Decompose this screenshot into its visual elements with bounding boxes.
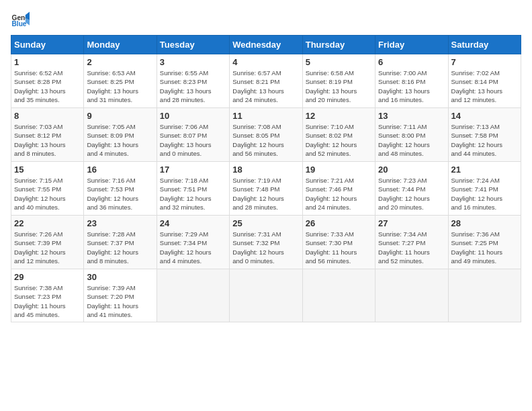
day-info: Sunrise: 6:52 AM Sunset: 8:28 PM Dayligh…	[14, 68, 81, 104]
table-row: 12Sunrise: 7:10 AM Sunset: 8:02 PM Dayli…	[302, 108, 375, 162]
day-info: Sunrise: 7:24 AM Sunset: 7:41 PM Dayligh…	[451, 176, 518, 212]
day-info: Sunrise: 7:23 AM Sunset: 7:44 PM Dayligh…	[378, 176, 445, 212]
col-monday: Monday	[84, 36, 157, 54]
day-info: Sunrise: 6:57 AM Sunset: 8:21 PM Dayligh…	[232, 68, 299, 104]
day-number: 6	[378, 57, 445, 67]
logo-icon: General Blue	[11, 11, 30, 30]
col-tuesday: Tuesday	[157, 36, 229, 54]
col-sunday: Sunday	[11, 36, 84, 54]
day-number: 25	[232, 218, 299, 228]
calendar-container: General Blue Sunday Monday Tuesday Wedne…	[0, 0, 532, 328]
day-number: 29	[14, 272, 81, 282]
day-info: Sunrise: 7:11 AM Sunset: 8:00 PM Dayligh…	[378, 122, 445, 158]
day-number: 9	[87, 111, 153, 121]
day-info: Sunrise: 6:55 AM Sunset: 8:23 PM Dayligh…	[160, 68, 226, 104]
day-number: 30	[87, 272, 153, 282]
calendar-week-1: 1Sunrise: 6:52 AM Sunset: 8:28 PM Daylig…	[11, 54, 521, 108]
day-info: Sunrise: 7:08 AM Sunset: 8:05 PM Dayligh…	[232, 122, 299, 158]
day-number: 12	[306, 111, 372, 121]
day-number: 26	[306, 218, 372, 228]
day-number: 14	[451, 111, 518, 121]
day-number: 13	[378, 111, 445, 121]
day-info: Sunrise: 7:15 AM Sunset: 7:55 PM Dayligh…	[14, 176, 81, 212]
table-row: 7Sunrise: 7:02 AM Sunset: 8:14 PM Daylig…	[448, 54, 521, 108]
day-number: 19	[306, 165, 372, 175]
table-row: 20Sunrise: 7:23 AM Sunset: 7:44 PM Dayli…	[375, 162, 448, 216]
table-row: 23Sunrise: 7:28 AM Sunset: 7:37 PM Dayli…	[84, 216, 157, 269]
day-info: Sunrise: 6:53 AM Sunset: 8:25 PM Dayligh…	[87, 68, 153, 104]
day-info: Sunrise: 7:39 AM Sunset: 7:20 PM Dayligh…	[87, 283, 153, 319]
table-row: 25Sunrise: 7:31 AM Sunset: 7:32 PM Dayli…	[230, 216, 302, 269]
table-row: 29Sunrise: 7:38 AM Sunset: 7:23 PM Dayli…	[11, 269, 84, 322]
day-number: 15	[14, 165, 81, 175]
day-number: 7	[451, 57, 518, 67]
table-row: 17Sunrise: 7:18 AM Sunset: 7:51 PM Dayli…	[157, 162, 229, 216]
table-row	[230, 269, 302, 322]
table-row: 14Sunrise: 7:13 AM Sunset: 7:58 PM Dayli…	[448, 108, 521, 162]
col-saturday: Saturday	[448, 36, 521, 54]
day-number: 2	[87, 57, 153, 67]
day-number: 16	[87, 165, 153, 175]
table-row: 26Sunrise: 7:33 AM Sunset: 7:30 PM Dayli…	[302, 216, 375, 269]
day-info: Sunrise: 7:34 AM Sunset: 7:27 PM Dayligh…	[378, 230, 445, 265]
table-row: 13Sunrise: 7:11 AM Sunset: 8:00 PM Dayli…	[375, 108, 448, 162]
table-row: 16Sunrise: 7:16 AM Sunset: 7:53 PM Dayli…	[84, 162, 157, 216]
table-row: 9Sunrise: 7:05 AM Sunset: 8:09 PM Daylig…	[84, 108, 157, 162]
day-number: 1	[14, 57, 81, 67]
day-info: Sunrise: 7:16 AM Sunset: 7:53 PM Dayligh…	[87, 176, 153, 212]
table-row: 19Sunrise: 7:21 AM Sunset: 7:46 PM Dayli…	[302, 162, 375, 216]
day-number: 5	[306, 57, 372, 67]
table-row: 6Sunrise: 7:00 AM Sunset: 8:16 PM Daylig…	[375, 54, 448, 108]
logo: General Blue	[11, 11, 32, 30]
table-row: 28Sunrise: 7:36 AM Sunset: 7:25 PM Dayli…	[448, 216, 521, 269]
day-info: Sunrise: 6:58 AM Sunset: 8:19 PM Dayligh…	[306, 68, 372, 104]
table-row	[157, 269, 229, 322]
day-number: 28	[451, 218, 518, 228]
table-row: 4Sunrise: 6:57 AM Sunset: 8:21 PM Daylig…	[230, 54, 302, 108]
day-info: Sunrise: 7:38 AM Sunset: 7:23 PM Dayligh…	[14, 283, 81, 319]
day-number: 22	[14, 218, 81, 228]
table-row: 30Sunrise: 7:39 AM Sunset: 7:20 PM Dayli…	[84, 269, 157, 322]
table-row: 21Sunrise: 7:24 AM Sunset: 7:41 PM Dayli…	[448, 162, 521, 216]
table-row: 24Sunrise: 7:29 AM Sunset: 7:34 PM Dayli…	[157, 216, 229, 269]
table-row: 10Sunrise: 7:06 AM Sunset: 8:07 PM Dayli…	[157, 108, 229, 162]
day-number: 23	[87, 218, 153, 228]
day-number: 3	[160, 57, 226, 67]
table-row: 3Sunrise: 6:55 AM Sunset: 8:23 PM Daylig…	[157, 54, 229, 108]
day-number: 20	[378, 165, 445, 175]
calendar-week-4: 22Sunrise: 7:26 AM Sunset: 7:39 PM Dayli…	[11, 216, 521, 269]
day-info: Sunrise: 7:33 AM Sunset: 7:30 PM Dayligh…	[306, 230, 372, 265]
day-info: Sunrise: 7:05 AM Sunset: 8:09 PM Dayligh…	[87, 122, 153, 158]
col-wednesday: Wednesday	[230, 36, 302, 54]
day-info: Sunrise: 7:29 AM Sunset: 7:34 PM Dayligh…	[160, 230, 226, 265]
table-row	[448, 269, 521, 322]
col-friday: Friday	[375, 36, 448, 54]
header-row: Sunday Monday Tuesday Wednesday Thursday…	[11, 36, 521, 54]
table-row: 15Sunrise: 7:15 AM Sunset: 7:55 PM Dayli…	[11, 162, 84, 216]
day-number: 27	[378, 218, 445, 228]
day-info: Sunrise: 7:03 AM Sunset: 8:12 PM Dayligh…	[14, 122, 81, 158]
day-info: Sunrise: 7:36 AM Sunset: 7:25 PM Dayligh…	[451, 230, 518, 265]
day-info: Sunrise: 7:00 AM Sunset: 8:16 PM Dayligh…	[378, 68, 445, 104]
calendar-week-2: 8Sunrise: 7:03 AM Sunset: 8:12 PM Daylig…	[11, 108, 521, 162]
table-row	[375, 269, 448, 322]
day-number: 8	[14, 111, 81, 121]
day-number: 10	[160, 111, 226, 121]
table-row: 1Sunrise: 6:52 AM Sunset: 8:28 PM Daylig…	[11, 54, 84, 108]
day-info: Sunrise: 7:31 AM Sunset: 7:32 PM Dayligh…	[232, 230, 299, 265]
day-info: Sunrise: 7:02 AM Sunset: 8:14 PM Dayligh…	[451, 68, 518, 104]
day-info: Sunrise: 7:28 AM Sunset: 7:37 PM Dayligh…	[87, 230, 153, 265]
day-info: Sunrise: 7:26 AM Sunset: 7:39 PM Dayligh…	[14, 230, 81, 265]
day-number: 11	[232, 111, 299, 121]
day-number: 24	[160, 218, 226, 228]
svg-text:Blue: Blue	[12, 20, 27, 28]
day-number: 17	[160, 165, 226, 175]
col-thursday: Thursday	[302, 36, 375, 54]
header: General Blue	[11, 11, 521, 30]
day-info: Sunrise: 7:19 AM Sunset: 7:48 PM Dayligh…	[232, 176, 299, 212]
day-number: 18	[232, 165, 299, 175]
table-row: 22Sunrise: 7:26 AM Sunset: 7:39 PM Dayli…	[11, 216, 84, 269]
table-row: 5Sunrise: 6:58 AM Sunset: 8:19 PM Daylig…	[302, 54, 375, 108]
calendar-week-5: 29Sunrise: 7:38 AM Sunset: 7:23 PM Dayli…	[11, 269, 521, 322]
day-info: Sunrise: 7:06 AM Sunset: 8:07 PM Dayligh…	[160, 122, 226, 158]
